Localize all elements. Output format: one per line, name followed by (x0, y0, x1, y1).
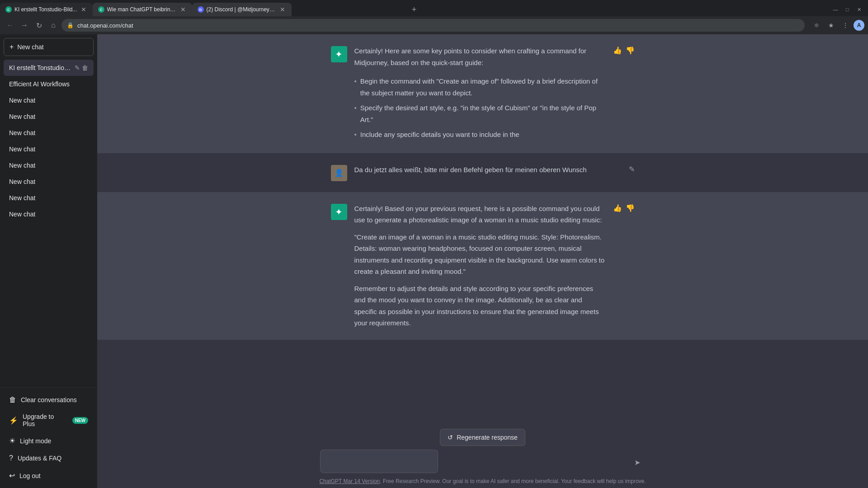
tab-bar: C KI erstellt Tonstudio-Bild... ✕ C Wie … (0, 0, 868, 16)
user-avatar: 👤 (331, 165, 347, 181)
plus-icon: + (9, 43, 14, 51)
tab-tab2[interactable]: C Wie man ChatGPT beibringt, be... ✕ (93, 3, 192, 16)
discord-favicon-icon: D (198, 6, 204, 13)
sidebar-item-7[interactable]: New chat (4, 190, 94, 206)
footer-text: ChatGPT Mar 14 Version. Free Research Pr… (319, 478, 646, 484)
bullet-msg1-2: Include any specific details you want to… (354, 127, 606, 142)
clear-label: Clear conversations (21, 396, 77, 404)
input-wrapper: ➤ (320, 450, 646, 474)
updates-icon: ? (9, 454, 13, 462)
new-chat-button[interactable]: + New chat (4, 38, 94, 56)
sidebar-item-label-1: New chat (9, 97, 35, 104)
sidebar-bottom-item-upgrade[interactable]: ⚡ Upgrade to Plus NEW (4, 408, 94, 432)
sidebar-item-4[interactable]: New chat (4, 141, 94, 157)
new-chat-label: New chat (17, 43, 43, 51)
send-icon[interactable]: ➤ (634, 458, 640, 466)
reload-button[interactable]: ↻ (33, 19, 45, 32)
msg-intro-msg1: Certainly! Here are some key points to c… (354, 45, 606, 68)
main-panel: ✦ Certainly! Here are some key points to… (97, 34, 868, 488)
edit-msg-btn-msg2[interactable]: ✎ (629, 165, 635, 174)
gpt-avatar: ✦ (331, 204, 347, 220)
footer-suffix: . Free Research Preview. Our goal is to … (380, 478, 646, 484)
url-bar[interactable]: 🔒 chat.openai.com/chat (61, 19, 805, 32)
regen-label: Regenerate response (457, 434, 518, 441)
close-button[interactable]: ✕ (854, 4, 864, 15)
bookmark-icon[interactable]: ★ (825, 19, 837, 32)
sidebar: + New chat KI erstellt Tonstudio-Bil... … (0, 34, 97, 488)
sidebar-bottom-item-logout[interactable]: ↩ Log out (4, 467, 94, 484)
active-chat-label: KI erstellt Tonstudio-Bil... (9, 64, 71, 71)
regenerate-button[interactable]: ↺ Regenerate response (440, 429, 525, 446)
thumbdown-btn-msg3[interactable]: 👎 (626, 204, 635, 212)
message-content-msg1: Certainly! Here are some key points to c… (354, 45, 606, 142)
chat-input[interactable] (320, 450, 438, 473)
footer-link[interactable]: ChatGPT Mar 14 Version (319, 478, 380, 484)
message-row-msg3: ✦ Certainly! Based on your previous requ… (97, 192, 868, 340)
message-content-msg3: Certainly! Based on your previous reques… (354, 203, 606, 329)
sidebar-item-6[interactable]: New chat (4, 174, 94, 190)
back-button[interactable]: ← (4, 19, 16, 32)
thumbup-btn-msg1[interactable]: 👍 (613, 46, 622, 55)
forward-button[interactable]: → (18, 19, 31, 32)
bullet-msg1-1: Specify the desired art style, e.g. "in … (354, 100, 606, 127)
sidebar-item-3[interactable]: New chat (4, 125, 94, 141)
chatgpt-favicon-icon: C (98, 6, 104, 13)
delete-chat-icon[interactable]: 🗑 (82, 64, 88, 71)
tab-close-tab3[interactable]: ✕ (279, 6, 286, 13)
sidebar-item-8[interactable]: New chat (4, 206, 94, 222)
message-inner-msg1: ✦ Certainly! Here are some key points to… (320, 45, 646, 142)
tab-label-tab3: (2) Discord | @Midjourney Bot (207, 6, 276, 13)
user-msg-text-msg2: Da du jetzt alles weißt, bitte mir den B… (354, 164, 622, 176)
sidebar-bottom-item-updates[interactable]: ? Updates & FAQ (4, 450, 94, 467)
updates-label: Updates & FAQ (18, 455, 61, 462)
sidebar-item-label-0: Efficient AI Workflows (9, 80, 70, 88)
thumbdown-btn-msg1[interactable]: 👎 (626, 46, 635, 55)
sidebar-item-0[interactable]: Efficient AI Workflows (4, 76, 94, 92)
msg-bullets-msg1: Begin the command with "Create an image … (354, 74, 606, 142)
browser-toolbar-icons: ⚛ ★ ⋮ A (810, 19, 864, 32)
sidebar-item-label-4: New chat (9, 145, 35, 153)
new-tab-button[interactable]: + (408, 3, 420, 16)
tab-tab3[interactable]: D (2) Discord | @Midjourney Bot ✕ (192, 3, 292, 16)
chat-messages: ✦ Certainly! Here are some key points to… (97, 34, 868, 422)
upgrade-label: Upgrade to Plus (23, 413, 68, 427)
profile-icon[interactable]: A (854, 20, 864, 31)
message-row-msg1: ✦ Certainly! Here are some key points to… (97, 34, 868, 153)
minimize-button[interactable]: — (830, 4, 841, 15)
sidebar-bottom-item-clear[interactable]: 🗑 Clear conversations (4, 391, 94, 408)
gpt-avatar: ✦ (331, 46, 347, 62)
sidebar-item-label-6: New chat (9, 178, 35, 185)
sidebar-item-1[interactable]: New chat (4, 92, 94, 108)
sidebar-list: KI erstellt Tonstudio-Bil... ✎ 🗑 Efficie… (0, 60, 97, 387)
extensions-icon[interactable]: ⚛ (810, 19, 823, 32)
more-options-icon[interactable]: ⋮ (839, 19, 852, 32)
sidebar-bottom: 🗑 Clear conversations ⚡ Upgrade to Plus … (0, 387, 97, 488)
tab-close-tab1[interactable]: ✕ (80, 6, 87, 13)
message-inner-msg2: 👤 Da du jetzt alles weißt, bitte mir den… (320, 164, 646, 181)
tab-label-tab2: Wie man ChatGPT beibringt, be... (107, 6, 177, 13)
app: + New chat KI erstellt Tonstudio-Bil... … (0, 34, 868, 488)
upgrade-badge: NEW (72, 417, 88, 424)
sidebar-item-5[interactable]: New chat (4, 157, 94, 174)
sidebar-item-label-5: New chat (9, 162, 35, 169)
chatgpt-favicon-icon: C (5, 6, 12, 13)
tab-tab1[interactable]: C KI erstellt Tonstudio-Bild... ✕ (0, 3, 93, 16)
tab-close-tab2[interactable]: ✕ (179, 6, 187, 13)
window-controls: — □ ✕ (826, 4, 868, 15)
logout-icon: ↩ (9, 471, 15, 480)
lock-icon: 🔒 (67, 22, 74, 28)
home-button[interactable]: ⌂ (47, 19, 60, 32)
sidebar-bottom-item-light[interactable]: ☀ Light mode (4, 432, 94, 450)
msg-para-msg3-1: "Create an image of a woman in a music s… (354, 231, 606, 277)
message-inner-msg3: ✦ Certainly! Based on your previous requ… (320, 203, 646, 329)
msg-para-msg3-2: Remember to adjust the details and style… (354, 283, 606, 329)
thumbup-btn-msg3[interactable]: 👍 (613, 204, 622, 212)
light-label: Light mode (20, 437, 51, 445)
light-icon: ☀ (9, 436, 15, 445)
sidebar-active-chat[interactable]: KI erstellt Tonstudio-Bil... ✎ 🗑 (4, 60, 94, 76)
sidebar-item-2[interactable]: New chat (4, 108, 94, 125)
edit-chat-icon[interactable]: ✎ (75, 64, 80, 71)
maximize-button[interactable]: □ (842, 4, 853, 15)
sidebar-item-label-8: New chat (9, 211, 35, 218)
msg-actions-msg3: 👍 👎 (613, 203, 635, 212)
